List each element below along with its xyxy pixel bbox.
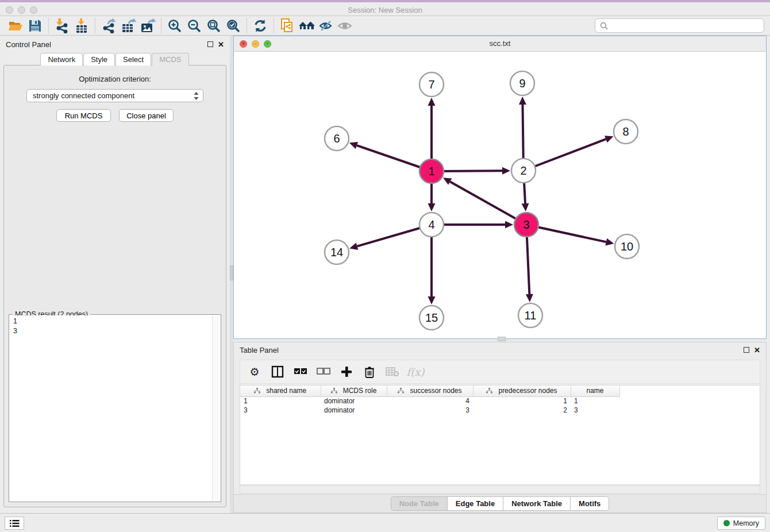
cell-MCDS-role[interactable]: dominator: [321, 406, 387, 415]
edge-3-1[interactable]: [450, 182, 526, 225]
cell-name[interactable]: 1: [571, 396, 619, 406]
column-header-name[interactable]: name: [571, 385, 619, 396]
zoom-out-button[interactable]: [184, 17, 204, 34]
tab-edge-table[interactable]: Edge Table: [447, 496, 503, 511]
table-scrollbar[interactable]: [240, 485, 760, 494]
tab-motifs[interactable]: Motifs: [570, 496, 609, 511]
tab-select[interactable]: Select: [116, 53, 151, 65]
memory-button[interactable]: Memory: [717, 516, 765, 530]
graph-node-15[interactable]: 15: [419, 306, 444, 330]
delete-column-button[interactable]: [361, 363, 378, 380]
criterion-dropdown[interactable]: strongly connected component: [26, 89, 203, 102]
show-columns-button[interactable]: [269, 363, 286, 380]
network-window-titlebar[interactable]: ✕ − + scc.txt: [234, 36, 766, 52]
tab-style[interactable]: Style: [83, 53, 115, 65]
tab-mcds[interactable]: MCDS: [152, 53, 188, 65]
select-all-rows-button[interactable]: [292, 363, 309, 380]
graph-node-14[interactable]: 14: [325, 240, 349, 264]
table-settings-button[interactable]: ⚙: [246, 363, 263, 380]
function-builder-button[interactable]: f(x): [407, 363, 424, 380]
tab-node-table[interactable]: Node Table: [391, 496, 447, 511]
cell-name[interactable]: 3: [571, 406, 619, 415]
export-image-button[interactable]: [138, 17, 157, 34]
sort-hierarchy-icon: [331, 388, 337, 394]
delete-table-button[interactable]: [384, 363, 401, 380]
show-all-button[interactable]: [336, 17, 353, 34]
splitter-grip[interactable]: [498, 337, 506, 341]
network-canvas[interactable]: 7968124314101511: [234, 52, 766, 338]
app-title: Session: New Session: [0, 6, 770, 14]
float-table-panel-icon[interactable]: [744, 347, 749, 353]
graph-node-2[interactable]: 2: [511, 159, 536, 183]
mcds-result-scrollbar[interactable]: [212, 315, 220, 501]
cell-predecessor-nodes[interactable]: 2: [473, 406, 571, 415]
import-network-button[interactable]: [52, 17, 72, 34]
cell-shared-name[interactable]: 3: [240, 406, 321, 415]
column-header-predecessor-nodes[interactable]: predecessor nodes: [473, 385, 571, 396]
svg-text:15: 15: [425, 311, 438, 324]
svg-text:1: 1: [428, 165, 434, 178]
hide-selected-button[interactable]: [317, 17, 336, 34]
deselect-all-rows-button[interactable]: [315, 363, 332, 380]
apply-layout-button[interactable]: [251, 17, 270, 34]
graph-node-9[interactable]: 9: [510, 71, 534, 95]
export-network-icon: [101, 18, 116, 33]
zoom-selected-button[interactable]: [224, 17, 243, 34]
close-panel-button[interactable]: Close panel: [119, 109, 174, 122]
column-header-successor-nodes[interactable]: successor nodes: [387, 385, 473, 396]
task-history-button[interactable]: [5, 516, 24, 530]
graph-node-8[interactable]: 8: [614, 119, 638, 144]
column-header-MCDS-role[interactable]: MCDS role: [321, 385, 387, 396]
edge-2-8[interactable]: [523, 139, 606, 171]
memory-label: Memory: [733, 519, 759, 527]
float-panel-icon[interactable]: [207, 41, 213, 47]
save-session-button[interactable]: [25, 17, 45, 34]
run-mcds-button[interactable]: Run MCDS: [56, 109, 111, 122]
memory-status-icon: [723, 520, 730, 526]
create-column-button[interactable]: [338, 363, 355, 380]
graph-node-7[interactable]: 7: [419, 72, 444, 97]
zoom-out-icon: [187, 18, 202, 33]
table-row[interactable]: 1dominator411: [240, 396, 619, 406]
arrowhead-3-10: [605, 238, 614, 246]
graph-node-4[interactable]: 4: [419, 213, 444, 237]
open-session-button[interactable]: [6, 17, 25, 34]
network-graph[interactable]: 7968124314101511: [234, 52, 766, 338]
control-panel-tabs: NetworkStyleSelectMCDS: [0, 53, 230, 65]
export-table-button[interactable]: [118, 17, 138, 34]
node-table[interactable]: shared nameMCDS rolesuccessor nodesprede…: [240, 385, 620, 415]
column-header-shared-name[interactable]: shared name: [240, 385, 321, 396]
cell-predecessor-nodes[interactable]: 1: [473, 396, 571, 406]
trash-icon: [364, 366, 375, 378]
graph-node-11[interactable]: 11: [518, 303, 542, 327]
table-row[interactable]: 3dominator323: [240, 406, 619, 415]
search-icon: [600, 22, 608, 30]
graph-node-10[interactable]: 10: [615, 234, 639, 259]
first-neighbors-button[interactable]: [297, 17, 317, 34]
sort-hierarchy-icon: [254, 388, 260, 394]
cell-MCDS-role[interactable]: dominator: [321, 396, 387, 406]
cell-successor-nodes[interactable]: 4: [387, 396, 473, 406]
close-panel-icon[interactable]: ✕: [218, 41, 224, 48]
search-field[interactable]: [595, 18, 764, 33]
cell-successor-nodes[interactable]: 3: [387, 406, 473, 415]
new-network-from-selection-button[interactable]: [278, 17, 297, 34]
cell-shared-name[interactable]: 1: [240, 396, 321, 406]
search-input[interactable]: [611, 22, 759, 30]
checked-boxes-icon: [294, 368, 307, 376]
network-window-title: scc.txt: [234, 39, 766, 48]
table-panel: Table Panel ✕ ⚙: [233, 342, 767, 513]
graph-node-1[interactable]: 1: [419, 159, 444, 183]
tab-network-table[interactable]: Network Table: [503, 496, 570, 511]
graph-node-3[interactable]: 3: [514, 213, 538, 237]
close-table-panel-icon[interactable]: ✕: [754, 346, 760, 354]
node-table-area[interactable]: shared nameMCDS rolesuccessor nodesprede…: [240, 385, 760, 485]
zoom-fit-button[interactable]: [204, 17, 224, 34]
tab-network[interactable]: Network: [40, 53, 83, 65]
graph-node-6[interactable]: 6: [325, 126, 349, 151]
sort-hierarchy-icon: [486, 388, 492, 394]
import-table-button[interactable]: [72, 17, 91, 34]
zoom-in-button[interactable]: [165, 17, 184, 34]
export-network-button[interactable]: [99, 17, 118, 34]
mcds-result-text[interactable]: 1 3: [10, 315, 211, 501]
